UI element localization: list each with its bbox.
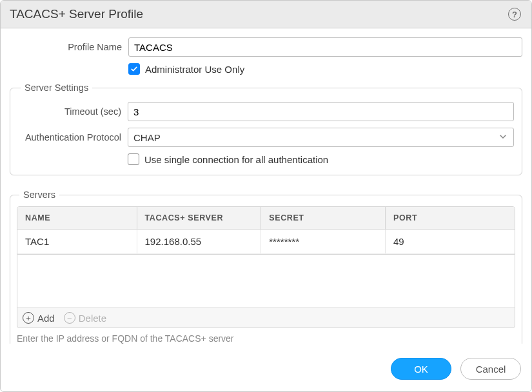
single-connection-label: Use single connection for all authentica… [144, 154, 328, 165]
server-settings-legend: Server Settings [21, 83, 92, 93]
col-header-port[interactable]: PORT [386, 207, 515, 230]
profile-name-label: Profile Name [10, 42, 128, 52]
checkmark-icon [128, 63, 140, 75]
ok-button[interactable]: OK [391, 358, 451, 380]
auth-protocol-value: CHAP [133, 132, 499, 143]
tacacs-server-profile-dialog: TACACS+ Server Profile ? Profile Name Ad… [0, 0, 532, 392]
timeout-label: Timeout (sec) [18, 106, 128, 117]
servers-toolbar: + Add − Delete [17, 308, 515, 328]
delete-server-button[interactable]: − Delete [64, 312, 106, 324]
help-icon[interactable]: ? [508, 8, 521, 21]
delete-label: Delete [79, 313, 106, 324]
single-connection-checkbox[interactable]: Use single connection for all authentica… [128, 153, 328, 165]
servers-table: NAME TACACS+ SERVER SECRET PORT TAC1 192… [17, 206, 515, 255]
col-header-name[interactable]: NAME [17, 207, 137, 230]
admin-use-only-checkbox[interactable]: Administrator Use Only [128, 63, 244, 75]
cell-name: TAC1 [17, 230, 137, 254]
dialog-titlebar: TACACS+ Server Profile ? [1, 1, 531, 28]
dialog-footer: OK Cancel [1, 344, 531, 391]
dialog-title: TACACS+ Server Profile [10, 7, 508, 21]
table-row[interactable]: TAC1 192.168.0.55 ******** 49 [17, 230, 515, 254]
server-settings-group: Server Settings Timeout (sec) Authentica… [10, 83, 522, 175]
add-server-button[interactable]: + Add [23, 312, 55, 324]
col-header-server[interactable]: TACACS+ SERVER [137, 207, 261, 230]
table-empty-space [17, 255, 515, 308]
admin-use-only-label: Administrator Use Only [145, 64, 244, 75]
profile-name-input[interactable] [128, 37, 522, 57]
auth-protocol-select[interactable]: CHAP [128, 128, 514, 147]
cancel-button[interactable]: Cancel [460, 358, 521, 380]
cell-port: 49 [386, 230, 515, 254]
cell-secret: ******** [261, 230, 386, 254]
plus-circle-icon: + [23, 312, 34, 324]
auth-protocol-label: Authentication Protocol [18, 132, 128, 142]
checkbox-empty-icon [128, 153, 139, 165]
servers-group: Servers NAME TACACS+ SERVER SECRET [10, 190, 522, 344]
minus-circle-icon: − [64, 312, 75, 324]
timeout-input[interactable] [128, 102, 514, 121]
cell-server: 192.168.0.55 [137, 230, 261, 254]
col-header-secret[interactable]: SECRET [261, 207, 386, 230]
chevron-down-icon [499, 133, 507, 142]
servers-legend: Servers [19, 190, 59, 200]
servers-help-text: Enter the IP address or FQDN of the TACA… [17, 333, 515, 344]
add-label: Add [37, 313, 55, 324]
